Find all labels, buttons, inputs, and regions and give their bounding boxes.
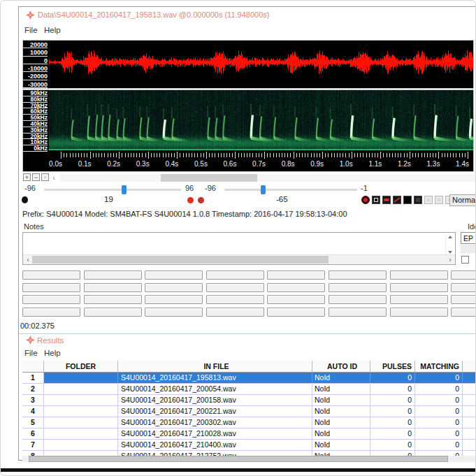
- scroll-down-icon[interactable]: [448, 251, 452, 254]
- grid-cell[interactable]: [267, 283, 325, 292]
- results-menu-help[interactable]: Help: [44, 349, 61, 357]
- grid-cell[interactable]: [145, 283, 203, 292]
- results-cell: [463, 417, 476, 428]
- gain-slider-track[interactable]: [44, 189, 181, 191]
- marker-button-solid[interactable]: [403, 196, 412, 204]
- grid-cell[interactable]: [22, 295, 80, 304]
- grid-cell[interactable]: [451, 283, 476, 292]
- grid-cell[interactable]: [390, 308, 448, 317]
- waveform-axis-label: 10000: [23, 48, 48, 56]
- time-tick: [450, 153, 451, 157]
- grid-cell[interactable]: [206, 308, 264, 317]
- grid-cell[interactable]: [206, 283, 264, 292]
- marker-button-dim[interactable]: [435, 196, 443, 204]
- results-hscroll-thumb[interactable]: [29, 456, 448, 462]
- knob-icon[interactable]: [22, 196, 28, 203]
- results-row[interactable]: 4S4U00014_20160417_200221.wavNoId00: [22, 406, 476, 417]
- gain-slider-thumb[interactable]: [122, 185, 127, 194]
- results-row[interactable]: 1S4U00014_20160417_195813.wavNoId00: [22, 373, 476, 384]
- results-row[interactable]: 3S4U00014_20160417_200158.wavNoId00: [22, 395, 476, 406]
- grid-cell[interactable]: [84, 283, 142, 292]
- grid-cell[interactable]: [145, 295, 203, 304]
- grid-cell[interactable]: [206, 295, 264, 304]
- waveform-canvas[interactable]: [49, 41, 473, 88]
- results-row[interactable]: 7S4U00014_20160417_210400.wavNoId00: [22, 440, 476, 451]
- grid-cell[interactable]: [390, 295, 448, 304]
- results-header-cell[interactable]: IN FILE: [118, 361, 312, 372]
- grid-cell[interactable]: [267, 271, 325, 280]
- grid-cell[interactable]: [451, 295, 476, 304]
- time-label: 1.2s: [389, 160, 411, 168]
- results-header-cell[interactable]: [463, 361, 476, 372]
- notes-scroll-left-icon[interactable]: ‹: [24, 255, 32, 264]
- spectrogram-canvas[interactable]: [49, 90, 473, 152]
- grid-cell[interactable]: [451, 271, 476, 280]
- grid-cell[interactable]: [145, 308, 203, 317]
- menu-help[interactable]: Help: [44, 26, 61, 34]
- grid-cell[interactable]: [84, 271, 142, 280]
- notes-hscroll-thumb[interactable]: [32, 256, 329, 264]
- notes-scroll-right-icon[interactable]: ›: [446, 255, 454, 264]
- results-header-cell[interactable]: MATCHING: [415, 361, 463, 372]
- results-row[interactable]: 2S4U00014_20160417_200054.wavNoId00: [22, 384, 476, 395]
- zoom-in-button[interactable]: +: [23, 173, 31, 181]
- zoom-out-button[interactable]: −: [32, 173, 40, 181]
- threshold-slider-thumb[interactable]: [261, 185, 266, 194]
- time-ruler: 0.0s0.1s0.2s0.3s0.4s0.5s0.6s0.7s0.8s0.9s…: [23, 152, 473, 171]
- time-scrollbar-thumb[interactable]: [161, 174, 257, 182]
- results-header-cell[interactable]: FOLDER: [44, 361, 118, 372]
- grid-cell[interactable]: [267, 308, 325, 317]
- grid-cell[interactable]: [329, 271, 387, 280]
- time-tick: [442, 153, 442, 157]
- marker-button-dim[interactable]: [424, 196, 433, 204]
- notes-vscrollbar[interactable]: [445, 233, 455, 255]
- mode-select[interactable]: Normal: [449, 194, 476, 206]
- threshold-slider-track[interactable]: [224, 189, 357, 191]
- grid-cell[interactable]: [390, 271, 448, 280]
- identification-checkbox[interactable]: [461, 256, 469, 264]
- grid-cell[interactable]: [329, 283, 387, 292]
- grid-cell[interactable]: [22, 283, 80, 292]
- time-tick: [183, 153, 184, 157]
- results-hscrollbar[interactable]: [22, 456, 476, 462]
- grid-cell[interactable]: [329, 308, 387, 317]
- marker-button-record[interactable]: [361, 196, 370, 204]
- scroll-left-arrow[interactable]: ‹: [50, 174, 58, 182]
- grid-cell[interactable]: [84, 308, 142, 317]
- results-header-cell[interactable]: [22, 361, 44, 372]
- grid-cell[interactable]: [22, 308, 80, 317]
- notes-textarea[interactable]: ‹ ›: [22, 232, 456, 265]
- grid-cell[interactable]: [22, 271, 80, 280]
- scroll-up-icon[interactable]: [448, 236, 452, 238]
- viewer-menubar: File Help: [19, 26, 159, 37]
- time-scrollbar-track[interactable]: [59, 174, 476, 182]
- time-tick: [221, 153, 222, 157]
- grid-cell[interactable]: [84, 295, 142, 304]
- red-marker2-icon[interactable]: [198, 197, 204, 203]
- marker-button-gray[interactable]: [414, 196, 422, 204]
- results-cell: 0: [370, 395, 415, 405]
- marker-button-redslash[interactable]: [393, 196, 401, 204]
- notes-hscrollbar[interactable]: ‹ ›: [23, 254, 455, 264]
- results-header-cell[interactable]: AUTO ID: [312, 361, 370, 372]
- grid-cell[interactable]: [145, 271, 203, 280]
- marker-button-redbar[interactable]: [382, 196, 391, 204]
- grid-cell[interactable]: [390, 283, 448, 292]
- grid-cell[interactable]: [451, 308, 476, 317]
- results-cell: S4U00014_20160417_210028.wav: [118, 428, 312, 439]
- zoom-reset-button[interactable]: +: [41, 173, 49, 181]
- results-header-cell[interactable]: PULSES: [370, 361, 415, 372]
- time-tick: [64, 153, 64, 157]
- species-dropdown[interactable]: EP: [461, 232, 476, 244]
- results-cell: 0: [370, 406, 415, 417]
- grid-cell[interactable]: [329, 295, 387, 304]
- menu-file[interactable]: File: [24, 26, 38, 34]
- results-row[interactable]: 5S4U00014_20160417_200302.wavNoId00: [22, 417, 476, 428]
- grid-cell[interactable]: [206, 271, 264, 280]
- marker-button-frame[interactable]: [372, 196, 380, 204]
- grid-cell[interactable]: [267, 295, 325, 304]
- results-row[interactable]: 6S4U00014_20160417_210028.wavNoId00: [22, 428, 476, 440]
- results-cell: [463, 406, 476, 417]
- red-marker-icon[interactable]: [187, 197, 194, 203]
- results-menu-file[interactable]: File: [24, 349, 38, 357]
